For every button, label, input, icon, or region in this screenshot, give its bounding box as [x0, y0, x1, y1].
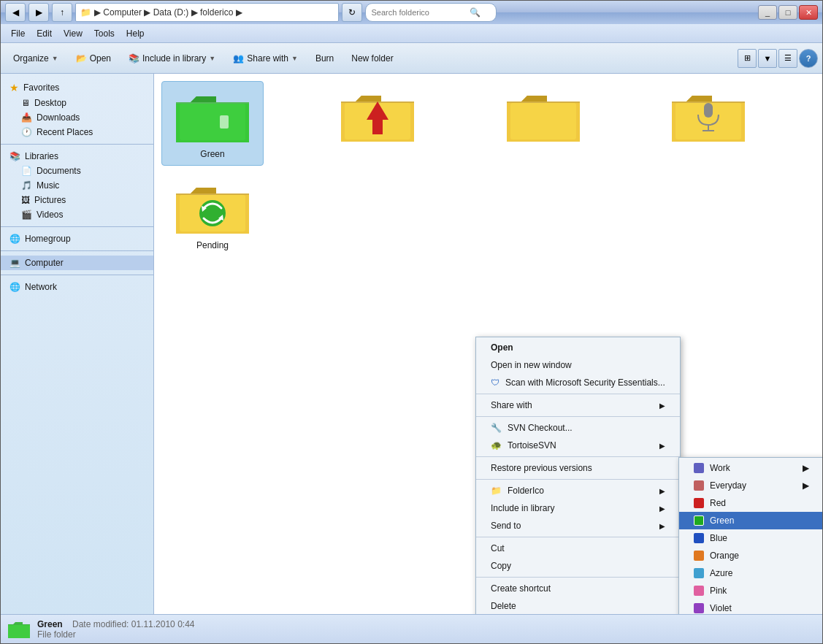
ctx-scan-icon: 🛡: [491, 377, 499, 388]
include-in-library-button[interactable]: 📚 Include in library ▼: [120, 47, 223, 70]
sub-item-pink[interactable]: Pink: [679, 582, 822, 599]
ctx-restore-versions[interactable]: Restore previous versions: [476, 459, 680, 477]
folder-item-right[interactable]: [492, 81, 594, 166]
search-input[interactable]: [372, 8, 467, 17]
status-type: File folder: [37, 629, 195, 640]
sidebar-item-downloads[interactable]: 📥 Downloads: [1, 110, 153, 125]
sidebar-item-pictures[interactable]: 🖼 Pictures: [1, 193, 153, 207]
sub-color-green: [694, 515, 704, 526]
address-bar[interactable]: 📁 ▶ Computer ▶ Data (D:) ▶ folderico ▶: [75, 3, 339, 22]
sidebar-item-network[interactable]: 🌐 Network: [1, 280, 153, 294]
share-icon: 👥: [233, 53, 244, 64]
ctx-folder-ico[interactable]: 📁 FolderIco ▶: [476, 482, 680, 499]
ctx-open-new-label: Open in new window: [491, 360, 572, 370]
new-folder-button[interactable]: New folder: [343, 47, 401, 70]
menu-tools[interactable]: Tools: [88, 27, 120, 40]
sub-item-green[interactable]: Green: [679, 512, 822, 529]
sidebar-item-desktop[interactable]: 🖥 Desktop: [1, 96, 153, 110]
sidebar-item-videos[interactable]: 🎬 Videos: [1, 207, 153, 222]
context-menu: Open Open in new window 🛡 Scan with Micr…: [475, 337, 681, 614]
menu-help[interactable]: Help: [120, 27, 150, 40]
sub-arrow-work: ▶: [803, 463, 809, 473]
sub-color-pink: [694, 586, 704, 596]
folder-item-upload[interactable]: [326, 81, 429, 166]
sidebar-item-music[interactable]: 🎵 Music: [1, 178, 153, 193]
favorites-section: ★ Favorites 🖥 Desktop 📥 Downloads 🕐 Rece…: [1, 80, 153, 139]
sub-color-work: [694, 463, 704, 473]
search-box[interactable]: 🔍: [365, 3, 497, 22]
share-with-button[interactable]: 👥 Share with ▼: [225, 47, 306, 70]
sidebar-divider-4: [1, 275, 153, 275]
menu-edit[interactable]: Edit: [31, 27, 58, 40]
status-info: Green Date modified: 01.11.2010 0:44 Fil…: [37, 619, 195, 640]
sidebar-item-computer[interactable]: 💻 Computer: [1, 256, 153, 270]
videos-label: Videos: [37, 210, 63, 220]
ctx-tortoise-svn[interactable]: 🐢 TortoiseSVN ▶: [476, 437, 680, 454]
ctx-include-in-library[interactable]: Include in library ▶: [476, 499, 680, 517]
folder-svg-upload: [341, 87, 414, 145]
folder-item-mic[interactable]: [657, 81, 759, 166]
sub-label-violet: Violet: [710, 603, 732, 613]
ctx-scan[interactable]: 🛡 Scan with Microsoft Security Essential…: [476, 374, 680, 391]
burn-label: Burn: [315, 53, 334, 64]
view-large-icons[interactable]: ⊞: [738, 49, 757, 68]
sub-color-red: [694, 498, 704, 508]
help-button[interactable]: ?: [799, 49, 818, 68]
view-details[interactable]: ☰: [778, 49, 797, 68]
search-icon: 🔍: [470, 7, 481, 18]
ctx-svn-checkout[interactable]: 🔧 SVN Checkout...: [476, 419, 680, 437]
svg-rect-18: [704, 103, 713, 118]
ctx-folder-ico-arrow: ▶: [659, 487, 665, 495]
folder-svg-green: [176, 88, 249, 146]
ctx-folder-ico-icon: 📁: [491, 486, 502, 496]
sub-item-work[interactable]: Work ▶: [679, 459, 822, 477]
folder-svg-mic: [672, 87, 745, 145]
ctx-share-label: Share with: [491, 400, 532, 410]
open-button[interactable]: 📂 Open: [68, 47, 119, 70]
minimize-button[interactable]: _: [758, 5, 777, 20]
sub-item-violet[interactable]: Violet: [679, 599, 822, 614]
forward-button[interactable]: ▶: [28, 3, 49, 22]
back-button[interactable]: ◀: [5, 3, 26, 22]
sub-color-violet: [694, 603, 704, 613]
sidebar-item-recent-places[interactable]: 🕐 Recent Places: [1, 125, 153, 139]
sub-label-orange: Orange: [710, 551, 739, 561]
burn-button[interactable]: Burn: [307, 47, 342, 70]
ctx-tortoise-icon: 🐢: [491, 440, 502, 451]
maximize-button[interactable]: □: [778, 5, 797, 20]
ctx-share-with[interactable]: Share with ▶: [476, 396, 680, 414]
ctx-open[interactable]: Open: [476, 339, 680, 356]
folder-item-green[interactable]: Green: [161, 81, 264, 166]
ctx-cut[interactable]: Cut: [476, 540, 680, 557]
sidebar-item-documents[interactable]: 📄 Documents: [1, 164, 153, 178]
ctx-delete[interactable]: Delete: [476, 597, 680, 614]
ctx-include-arrow: ▶: [659, 505, 665, 513]
close-button[interactable]: ✕: [799, 5, 818, 20]
svg-marker-3: [176, 96, 216, 102]
sub-color-azure: [694, 568, 704, 578]
sub-item-blue[interactable]: Blue: [679, 529, 822, 547]
organize-button[interactable]: Organize ▼: [5, 47, 66, 70]
ctx-create-shortcut[interactable]: Create shortcut: [476, 580, 680, 597]
ctx-copy[interactable]: Copy: [476, 557, 680, 575]
sub-item-everyday[interactable]: Everyday ▶: [679, 477, 822, 494]
ctx-open-new-window[interactable]: Open in new window: [476, 356, 680, 374]
sidebar-item-homegroup[interactable]: 🌐 Homegroup: [1, 231, 153, 246]
sub-item-azure[interactable]: Azure: [679, 564, 822, 582]
libraries-icon: 📚: [9, 151, 20, 161]
menu-file[interactable]: File: [5, 27, 31, 40]
sub-item-orange[interactable]: Orange: [679, 547, 822, 564]
refresh-button[interactable]: ↻: [342, 3, 362, 22]
menu-view[interactable]: View: [58, 27, 88, 40]
title-bar: ◀ ▶ ↑ 📁 ▶ Computer ▶ Data (D:) ▶ folderi…: [1, 1, 822, 24]
main-window: ◀ ▶ ↑ 📁 ▶ Computer ▶ Data (D:) ▶ folderi…: [0, 0, 823, 644]
up-button[interactable]: ↑: [52, 3, 72, 22]
sub-item-red[interactable]: Red: [679, 494, 822, 512]
open-label: Open: [90, 53, 111, 64]
status-folder-icon: [8, 618, 30, 640]
documents-label: Documents: [37, 166, 81, 176]
folder-item-pending[interactable]: Pending: [161, 173, 264, 256]
ctx-send-to[interactable]: Send to ▶: [476, 517, 680, 534]
view-dropdown[interactable]: ▼: [758, 49, 777, 68]
svg-rect-2: [180, 104, 245, 140]
